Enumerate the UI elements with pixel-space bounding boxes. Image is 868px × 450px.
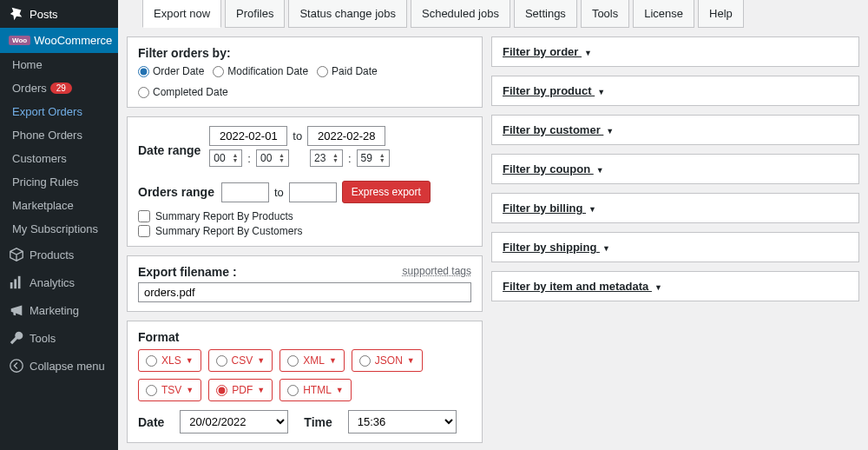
svg-point-3 [10, 360, 23, 372]
format-time-select[interactable]: 15:36 [348, 410, 457, 433]
format-html[interactable]: HTML ▼ [279, 379, 352, 401]
filter-radio-paid-date[interactable]: Paid Date [317, 65, 378, 77]
chart-icon [9, 275, 24, 290]
tab-scheduled-jobs[interactable]: Scheduled jobs [411, 0, 510, 28]
caret-down-icon: ▼ [186, 386, 194, 394]
filter-toggle-filter-by-coupon[interactable]: Filter by coupon ▼ [503, 162, 604, 175]
filter-toggle-filter-by-customer[interactable]: Filter by customer ▼ [503, 123, 614, 136]
tab-status-change-jobs[interactable]: Status change jobs [288, 0, 407, 28]
caret-down-icon: ▼ [584, 49, 592, 57]
caret-down-icon: ▼ [407, 356, 415, 365]
caret-down-icon: ▼ [654, 283, 662, 292]
sidebar-item-tools[interactable]: Tools [0, 324, 118, 352]
checkbox-summary-report-by-customers[interactable]: Summary Report By Customers [138, 225, 471, 237]
format-pdf[interactable]: PDF ▼ [208, 379, 273, 401]
sidebar-item-posts[interactable]: Posts [0, 0, 118, 28]
format-time-label: Time [304, 415, 332, 429]
sidebar-sub-my-subscriptions[interactable]: My Subscriptions [0, 217, 118, 241]
date-from-input[interactable] [209, 126, 287, 146]
filename-panel: Export filename : supported tags [127, 255, 483, 312]
orders-to-input[interactable] [289, 182, 337, 202]
hour-to-spinner[interactable]: 23▲▼ [310, 149, 343, 167]
panel-filter-by-billing: Filter by billing ▼ [491, 193, 859, 223]
format-tsv[interactable]: TSV ▼ [138, 379, 201, 401]
sidebar-sub-orders[interactable]: Orders29 [0, 76, 118, 100]
filter-radio-completed-date[interactable]: Completed Date [138, 86, 228, 98]
pin-icon [9, 6, 24, 22]
tab-tools[interactable]: Tools [581, 0, 629, 28]
svg-rect-2 [18, 276, 21, 288]
filter-title: Filter orders by: [138, 46, 471, 60]
sidebar-sub-pricing-rules[interactable]: Pricing Rules [0, 170, 118, 194]
sidebar-item-collapse-menu[interactable]: Collapse menu [0, 352, 118, 380]
sidebar-sub-marketplace[interactable]: Marketplace [0, 194, 118, 217]
filter-radios: Order DateModification DatePaid DateComp… [138, 65, 471, 98]
filter-by-panel: Filter orders by: Order DateModification… [127, 36, 483, 108]
caret-down-icon: ▼ [336, 386, 344, 394]
main-content: Export nowProfilesStatus change jobsSche… [118, 0, 868, 450]
panel-filter-by-product: Filter by product ▼ [491, 76, 859, 106]
min-from-spinner[interactable]: 00▲▼ [256, 149, 289, 167]
express-export-button[interactable]: Express export [342, 181, 431, 203]
sidebar-item-woocommerce[interactable]: WooWooCommerce [0, 28, 118, 53]
sidebar-sub-home[interactable]: Home [0, 53, 118, 76]
date-to-input[interactable] [307, 126, 385, 146]
format-xls[interactable]: XLS ▼ [138, 349, 201, 372]
date-range-label: Date range [138, 143, 201, 157]
checkbox-summary-report-by-products[interactable]: Summary Report By Products [138, 210, 471, 222]
filename-input[interactable] [138, 282, 471, 302]
filter-radio-order-date[interactable]: Order Date [138, 65, 204, 77]
format-csv[interactable]: CSV ▼ [208, 349, 273, 372]
wrench-icon [9, 330, 24, 346]
caret-down-icon: ▼ [589, 205, 596, 214]
panel-filter-by-coupon: Filter by coupon ▼ [491, 154, 859, 184]
caret-down-icon: ▼ [597, 88, 605, 96]
box-icon [9, 247, 24, 262]
sidebar: PostsWooWooCommerceHomeOrders29Export Or… [0, 0, 118, 450]
caret-down-icon: ▼ [186, 356, 194, 365]
hour-from-spinner[interactable]: 00▲▼ [209, 149, 242, 167]
format-date-select[interactable]: 20/02/2022 [180, 410, 288, 433]
svg-rect-0 [10, 282, 13, 288]
orders-range-label: Orders range [138, 185, 214, 199]
tab-help[interactable]: Help [698, 0, 744, 28]
tab-license[interactable]: License [633, 0, 694, 28]
collapse-icon [9, 358, 24, 374]
sidebar-sub-export-orders[interactable]: Export Orders [0, 100, 118, 123]
tab-settings[interactable]: Settings [514, 0, 577, 28]
filter-toggle-filter-by-product[interactable]: Filter by product ▼ [503, 84, 605, 97]
orders-from-input[interactable] [221, 182, 269, 202]
panel-filter-by-shipping: Filter by shipping ▼ [491, 232, 859, 262]
sidebar-sub-phone-orders[interactable]: Phone Orders [0, 123, 118, 147]
filename-label: Export filename : [138, 265, 237, 279]
caret-down-icon: ▼ [257, 386, 265, 394]
svg-rect-1 [14, 279, 16, 288]
format-xml[interactable]: XML ▼ [279, 349, 345, 372]
filter-toggle-filter-by-order[interactable]: Filter by order ▼ [503, 45, 592, 58]
format-panel: Format XLS ▼CSV ▼XML ▼JSON ▼TSV ▼PDF ▼HT… [127, 321, 483, 443]
min-to-spinner[interactable]: 59▲▼ [357, 149, 390, 167]
supported-tags-link[interactable]: supported tags [403, 265, 471, 277]
filter-toggle-filter-by-billing[interactable]: Filter by billing ▼ [503, 202, 596, 215]
sidebar-item-analytics[interactable]: Analytics [0, 268, 118, 296]
tab-profiles[interactable]: Profiles [225, 0, 285, 28]
filter-radio-modification-date[interactable]: Modification Date [213, 65, 308, 77]
sidebar-sub-customers[interactable]: Customers [0, 147, 118, 170]
woo-icon: Woo [9, 36, 30, 45]
tabs: Export nowProfilesStatus change jobsSche… [127, 0, 859, 36]
sidebar-item-products[interactable]: Products [0, 241, 118, 268]
mega-icon [9, 302, 24, 318]
caret-down-icon: ▼ [329, 356, 337, 365]
caret-down-icon: ▼ [606, 127, 614, 136]
sidebar-item-marketing[interactable]: Marketing [0, 296, 118, 324]
orders-count-badge: 29 [50, 83, 72, 94]
caret-down-icon: ▼ [602, 244, 610, 253]
tab-export-now[interactable]: Export now [142, 0, 221, 28]
range-panel: Date range to 00▲▼ : 00▲▼ [127, 116, 483, 247]
caret-down-icon: ▼ [596, 166, 604, 175]
format-json[interactable]: JSON ▼ [352, 349, 423, 372]
filter-toggle-filter-by-shipping[interactable]: Filter by shipping ▼ [503, 241, 610, 254]
filter-toggle-filter-by-item-and-metadata[interactable]: Filter by item and metadata ▼ [503, 280, 662, 293]
format-label: Format [138, 330, 471, 344]
panel-filter-by-order: Filter by order ▼ [491, 36, 859, 67]
